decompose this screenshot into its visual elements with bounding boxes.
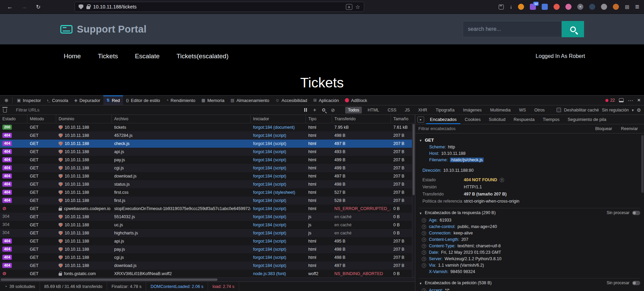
details-tab[interactable]: Seguimiento de pila <box>564 115 610 124</box>
type-filter-pill[interactable]: HTML <box>365 107 382 113</box>
devtools-tab[interactable]: Inspector <box>14 96 44 105</box>
header-info-icon[interactable] <box>422 218 426 223</box>
details-tab[interactable]: Tiempos <box>539 115 563 124</box>
devtools-tab[interactable]: Depurador <box>71 96 103 105</box>
response-header-row[interactable]: Date Fri, 12 May 2023 01:05:23 GMT <box>422 249 640 256</box>
ext-fox-icon[interactable] <box>613 4 619 10</box>
table-row[interactable]: 404 GET 10.10.11.188 api.js forgot:184 (… <box>0 148 415 156</box>
horizontal-scrollbar[interactable] <box>0 277 415 282</box>
initiator-link[interactable]: forgot:184 (script) <box>251 164 306 172</box>
network-settings-icon[interactable] <box>637 107 641 113</box>
devtools-tab[interactable]: Consola <box>44 96 71 105</box>
initiator-link[interactable]: forgot:184 (script) <box>251 245 306 253</box>
ext-orange-icon[interactable] <box>518 4 524 10</box>
header-info-icon[interactable] <box>422 250 426 255</box>
url-text[interactable]: 10.10.11.188/tickets <box>93 4 137 9</box>
back-icon[interactable] <box>5 2 15 12</box>
block-url-button[interactable]: Bloquear <box>592 126 615 131</box>
header-info-icon[interactable] <box>422 257 426 261</box>
devtools-tab[interactable]: Memoria <box>199 96 228 105</box>
block-request-icon[interactable] <box>330 107 336 113</box>
initiator-link[interactable]: node.js:383 (font) <box>251 270 306 277</box>
url-filter-input[interactable] <box>16 107 299 112</box>
search-requests-icon[interactable] <box>321 108 327 111</box>
table-row[interactable]: 404 GET 10.10.11.188 457284.js forgot:18… <box>0 131 415 140</box>
new-request-icon[interactable] <box>312 107 318 113</box>
type-filter-pill[interactable]: Otros <box>532 107 547 113</box>
throttling-caret-icon[interactable] <box>632 107 634 112</box>
column-header[interactable]: Tipo <box>306 115 332 123</box>
raw-toggle-switch[interactable] <box>632 281 640 285</box>
details-tab[interactable]: Cookies <box>461 115 484 124</box>
bookmark-star-icon[interactable] <box>355 4 360 10</box>
table-row[interactable]: 404 GET 10.10.11.188 cgi.js forgot:184 (… <box>0 164 415 172</box>
initiator-link[interactable]: forgot:184 (script) <box>251 172 306 180</box>
initiator-link[interactable]: forgot:184 (script) <box>251 140 306 148</box>
table-row[interactable]: 304 GET 10.10.11.188 uc.js forgot:184 (s… <box>0 221 415 229</box>
translate-icon[interactable] <box>346 4 352 10</box>
brand[interactable]: Support Portal <box>60 24 147 35</box>
devtools-tab[interactable]: Accesibilidad <box>272 96 310 105</box>
request-headers-section[interactable]: Encabezados de la petición (538 B) Sin p… <box>419 278 640 287</box>
table-row[interactable]: 404 GET 10.10.11.188 pay.js forgot:184 (… <box>0 245 415 253</box>
nav-link[interactable]: Tickets(escalated) <box>176 53 228 60</box>
table-row[interactable]: 404 GET 10.10.11.188 cgi.js forgot:184 (… <box>0 253 415 262</box>
column-header[interactable]: Tamaño <box>391 115 415 123</box>
column-header[interactable]: Dominio <box>56 115 112 123</box>
devtools-tab[interactable]: Editor de estilo <box>123 96 163 105</box>
table-row[interactable]: 404 GET 10.10.11.188 first.js forgot:184… <box>0 196 415 205</box>
devtools-tab[interactable]: Red <box>103 96 123 105</box>
table-row[interactable]: 404 GET 10.10.11.188 status.js forgot:18… <box>0 180 415 188</box>
pick-element-icon[interactable] <box>2 96 11 105</box>
ext-gray-icon[interactable] <box>601 4 607 10</box>
table-row[interactable]: GET fonts.gstatic.com XRXV3I6Li01BKofINe… <box>0 270 415 277</box>
devtools-close-icon[interactable] <box>637 97 641 104</box>
response-header-row[interactable]: cache-control public, max-age=240 <box>422 224 640 230</box>
error-count-badge[interactable]: 22 <box>605 98 615 103</box>
initiator-link[interactable]: forgot:184 (script) <box>251 237 306 245</box>
details-tab[interactable]: Encabezados <box>426 115 460 124</box>
type-filter-pill[interactable]: XHR <box>416 107 430 113</box>
devtools-tab[interactable]: Aplicación <box>310 96 342 105</box>
initiator-link[interactable]: forgot:184 (script) <box>251 229 306 237</box>
tracking-shield-icon[interactable] <box>79 4 83 9</box>
performance-analysis-icon[interactable] <box>4 284 7 289</box>
table-row[interactable]: 404 GET 10.10.11.188 check.js forgot:184… <box>0 140 415 148</box>
column-header[interactable]: Estado <box>0 115 27 123</box>
initiator-link[interactable]: forgot:184 (script) <box>251 253 306 262</box>
table-row[interactable]: 304 GET 10.10.11.188 highcharts.js forgo… <box>0 229 415 237</box>
details-tab[interactable]: Solicitud <box>485 115 509 124</box>
split-console-icon[interactable] <box>619 98 624 102</box>
response-header-row[interactable]: Server Werkzeug/2.1.2 Python/3.8.10 <box>422 256 640 262</box>
initiator-link[interactable]: forgot:184 (script) <box>251 262 306 270</box>
devtools-tab[interactable]: Rendimiento <box>163 96 198 105</box>
ext-blue-icon[interactable] <box>542 4 548 10</box>
nav-link[interactable]: Home <box>64 53 81 60</box>
header-info-icon[interactable] <box>422 237 426 242</box>
devtools-menu-icon[interactable] <box>628 97 633 104</box>
response-header-row[interactable]: Via 1.1 varnish (Varnish/6.2) <box>422 262 640 269</box>
disable-cache-label[interactable]: Deshabilitar caché <box>564 108 599 112</box>
type-filter-pill[interactable]: WS <box>516 107 528 113</box>
initiator-link[interactable]: forgot:184 (script) <box>251 180 306 188</box>
response-header-row[interactable]: Content-Length 207 <box>422 236 640 243</box>
details-tab[interactable]: Respuesta <box>510 115 538 124</box>
type-filter-pill[interactable]: Imágenes <box>460 107 484 113</box>
details-scrollbar-thumb[interactable] <box>641 135 644 193</box>
ext-disabled-icon[interactable] <box>577 4 583 10</box>
ext-pink-icon[interactable] <box>565 4 572 10</box>
nav-link[interactable]: Tickets <box>98 53 118 60</box>
header-info-icon[interactable] <box>422 244 426 248</box>
initiator-link[interactable]: forgot:184 (script) <box>251 205 306 213</box>
header-info-icon[interactable] <box>422 263 426 268</box>
table-row[interactable]: 404 GET 10.10.11.188 pay.js forgot:184 (… <box>0 156 415 164</box>
table-row[interactable]: 304 GET 10.10.11.188 5514032.js forgot:1… <box>0 213 415 221</box>
library-icon[interactable] <box>499 4 504 9</box>
table-row[interactable]: 404 GET 10.10.11.188 download.js forgot:… <box>0 262 415 270</box>
status-info-icon[interactable] <box>500 178 504 182</box>
nav-link[interactable]: Escalate <box>135 53 160 60</box>
extensions-puzzle-icon[interactable] <box>625 4 629 10</box>
ext-red-icon[interactable] <box>554 4 560 10</box>
header-info-icon[interactable] <box>422 225 426 229</box>
initiator-link[interactable]: forgot:184 (script) <box>251 156 306 164</box>
